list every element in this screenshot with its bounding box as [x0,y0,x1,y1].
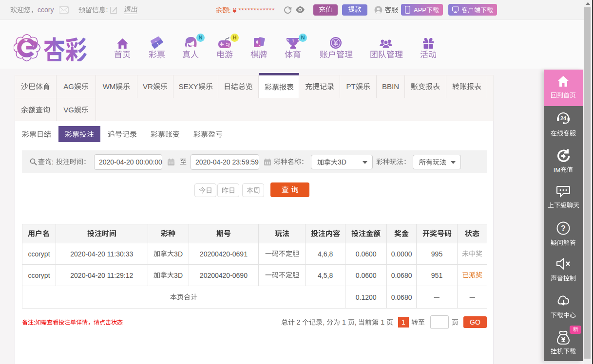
svg-text:24: 24 [560,115,567,121]
svg-text:1: 1 [291,38,294,43]
svg-text:?: ? [561,224,566,233]
